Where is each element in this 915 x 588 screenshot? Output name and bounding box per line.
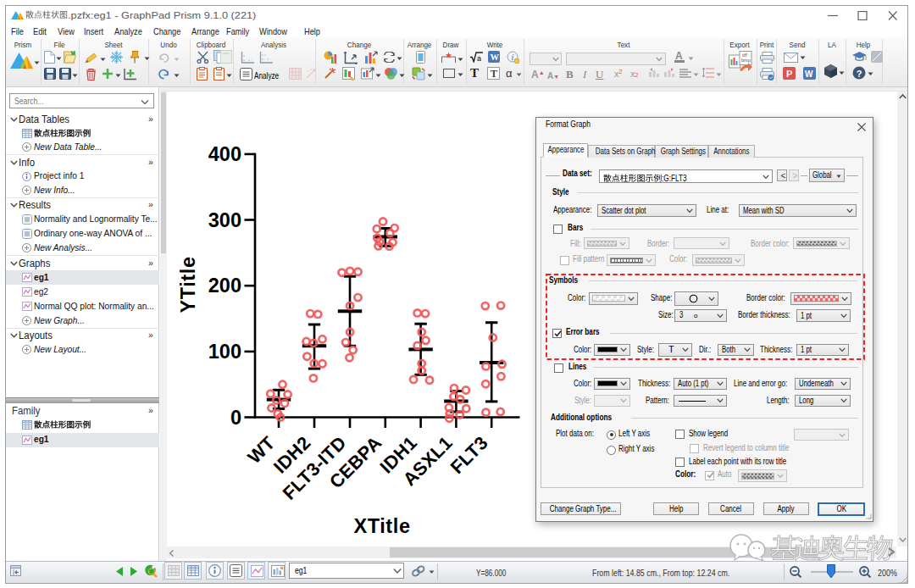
svg-text:YTitle: YTitle [177, 256, 199, 313]
svg-text:bmp: bmp [741, 58, 751, 63]
svg-text:400: 400 [208, 143, 241, 165]
svg-text:300: 300 [208, 209, 241, 231]
svg-text:100: 100 [208, 341, 241, 363]
svg-text:i: i [512, 53, 514, 62]
svg-text:FLT3: FLT3 [446, 432, 492, 478]
svg-text:P: P [786, 69, 792, 79]
svg-text:W: W [491, 53, 500, 62]
svg-text:T: T [491, 68, 498, 80]
svg-text:XTitle: XTitle [353, 515, 410, 537]
svg-text:?: ? [857, 69, 862, 79]
svg-text:0: 0 [230, 407, 241, 429]
svg-text:a: a [477, 54, 481, 63]
svg-text:W: W [805, 69, 813, 79]
svg-text:200: 200 [208, 275, 241, 297]
